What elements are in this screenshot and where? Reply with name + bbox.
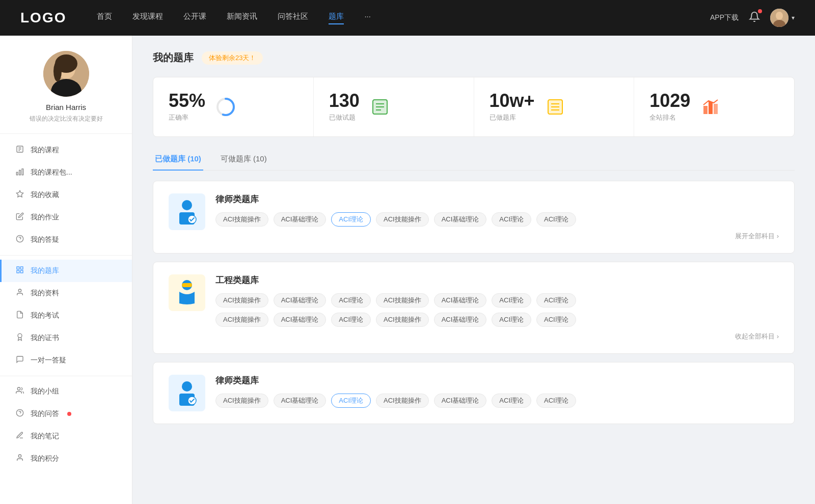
- tag-highlighted[interactable]: ACI理论: [331, 212, 371, 227]
- nav-news[interactable]: 新闻资讯: [227, 12, 257, 24]
- tab-done[interactable]: 已做题库 (10): [153, 149, 203, 170]
- award-icon: [15, 333, 24, 343]
- tag[interactable]: ACI技能操作: [376, 394, 429, 408]
- engineer-icon: [169, 274, 205, 311]
- tag[interactable]: ACI技能操作: [376, 212, 429, 227]
- users-icon: [15, 386, 24, 397]
- expand-link-2[interactable]: 收起全部科目 ›: [215, 332, 779, 341]
- sidebar-item-my-qa[interactable]: 我的问答: [0, 403, 132, 425]
- main-nav: 首页 发现课程 公开课 新闻资讯 问答社区 题库 ···: [97, 12, 710, 24]
- tag[interactable]: ACI理论: [536, 212, 576, 227]
- tag[interactable]: ACI基础理论: [434, 293, 487, 307]
- tag[interactable]: ACI理论: [536, 313, 576, 327]
- grid-icon: [15, 266, 24, 276]
- nav-discover[interactable]: 发现课程: [132, 12, 163, 24]
- stat-done-questions: 130 已做试题: [314, 77, 474, 136]
- tag[interactable]: ACI理论: [536, 293, 576, 307]
- question-bank-tabs: 已做题库 (10) 可做题库 (10): [153, 149, 795, 171]
- tag[interactable]: ACI理论: [536, 394, 576, 408]
- svg-point-23: [18, 333, 22, 338]
- notification-bell[interactable]: [749, 11, 760, 24]
- svg-rect-21: [20, 270, 23, 273]
- tag[interactable]: ACI技能操作: [215, 313, 268, 327]
- svg-point-1: [776, 12, 783, 20]
- sidebar-item-question-bank[interactable]: 我的题库: [0, 260, 132, 282]
- nav-qa[interactable]: 问答社区: [278, 12, 308, 24]
- expand-link-1[interactable]: 展开全部科目 ›: [215, 232, 779, 241]
- stat-number-banks: 10w+ 已做题库: [490, 92, 535, 122]
- tag[interactable]: ACI基础理论: [434, 394, 487, 408]
- main-header: LOGO 首页 发现课程 公开课 新闻资讯 问答社区 题库 ··· APP下载: [0, 0, 815, 36]
- sidebar-item-group[interactable]: 我的小组: [0, 380, 132, 403]
- svg-point-24: [17, 387, 20, 390]
- qbank-body-engineer: 工程类题库 ACI技能操作 ACI基础理论 ACI理论 ACI技能操作 ACI基…: [215, 274, 779, 341]
- tag[interactable]: ACI理论: [492, 212, 531, 227]
- qa-icon: [15, 409, 24, 419]
- nav-question-bank[interactable]: 题库: [329, 12, 344, 24]
- sidebar-item-points[interactable]: 我的积分: [0, 447, 132, 470]
- tag[interactable]: ACI基础理论: [274, 212, 327, 227]
- lawyer-icon: [169, 193, 205, 230]
- sidebar-item-notes[interactable]: 我的笔记: [0, 425, 132, 447]
- sidebar-menu: 我的课程 我的课程包... 我的收藏 我的作业: [0, 134, 132, 475]
- svg-rect-14: [22, 169, 23, 175]
- profile-section: Brian Harris 错误的决定比没有决定要好: [0, 51, 132, 134]
- sidebar-item-favorites[interactable]: 我的收藏: [0, 184, 132, 206]
- tag[interactable]: ACI理论: [492, 313, 531, 327]
- sidebar: Brian Harris 错误的决定比没有决定要好 我的课程 我的课程包...: [0, 36, 132, 504]
- nav-more[interactable]: ···: [364, 12, 371, 24]
- tag[interactable]: ACI技能操作: [215, 394, 268, 408]
- tag[interactable]: ACI基础理论: [434, 212, 487, 227]
- sidebar-item-homework[interactable]: 我的作业: [0, 206, 132, 229]
- tags-row-lawyer-2: ACI技能操作 ACI基础理论 ACI理论 ACI技能操作 ACI基础理论 AC…: [215, 394, 779, 408]
- tag[interactable]: ACI理论: [331, 293, 371, 307]
- sidebar-item-certificate[interactable]: 我的证书: [0, 327, 132, 349]
- svg-point-7: [53, 61, 62, 81]
- tag[interactable]: ACI理论: [492, 394, 531, 408]
- tag[interactable]: ACI基础理论: [274, 313, 327, 327]
- tag[interactable]: ACI技能操作: [376, 293, 429, 307]
- logo[interactable]: LOGO: [20, 10, 66, 26]
- sidebar-item-exam[interactable]: 我的考试: [0, 304, 132, 327]
- divider: [0, 376, 132, 376]
- tag[interactable]: ACI基础理论: [274, 394, 327, 408]
- tab-todo[interactable]: 可做题库 (10): [219, 149, 269, 170]
- tag[interactable]: ACI技能操作: [376, 313, 429, 327]
- notification-badge: [758, 9, 762, 13]
- sidebar-item-my-course[interactable]: 我的课程: [0, 139, 132, 161]
- trial-badge: 体验剩余23天！: [202, 51, 263, 65]
- stats-row: 55% 正确率 130 已做试题: [153, 77, 795, 137]
- doc-icon: [545, 97, 565, 117]
- tags-row-eng-1: ACI技能操作 ACI基础理论 ACI理论 ACI技能操作 ACI基础理论 AC…: [215, 293, 779, 307]
- sidebar-item-profile[interactable]: 我的资料: [0, 282, 132, 304]
- qbank-card-lawyer-2: 律师类题库 ACI技能操作 ACI基础理论 ACI理论 ACI技能操作 ACI基…: [153, 362, 795, 424]
- sidebar-label: 我的课程: [31, 146, 59, 155]
- tag[interactable]: ACI基础理论: [274, 293, 327, 307]
- svg-rect-12: [16, 172, 18, 175]
- tag[interactable]: ACI理论: [331, 313, 371, 327]
- app-download-button[interactable]: APP下载: [710, 13, 739, 22]
- sidebar-item-course-pkg[interactable]: 我的课程包...: [0, 161, 132, 184]
- sidebar-label: 我的资料: [31, 289, 59, 298]
- nav-open-course[interactable]: 公开课: [183, 12, 206, 24]
- svg-rect-13: [19, 170, 21, 175]
- qbank-title-engineer: 工程类题库: [215, 274, 779, 286]
- svg-rect-47: [182, 283, 192, 287]
- tag[interactable]: ACI技能操作: [215, 293, 268, 307]
- tag[interactable]: ACI基础理论: [434, 313, 487, 327]
- sidebar-item-one-on-one[interactable]: 一对一答疑: [0, 349, 132, 372]
- sidebar-label: 我的笔记: [31, 432, 59, 441]
- svg-rect-20: [17, 270, 19, 273]
- qbank-title-lawyer-2: 律师类题库: [215, 375, 779, 386]
- qbank-body-lawyer-1: 律师类题库 ACI技能操作 ACI基础理论 ACI理论 ACI技能操作 ACI基…: [215, 193, 779, 241]
- book-icon: [370, 97, 390, 117]
- tag[interactable]: ACI理论: [492, 293, 531, 307]
- qbank-card-engineer: 工程类题库 ACI技能操作 ACI基础理论 ACI理论 ACI技能操作 ACI基…: [153, 262, 795, 354]
- user-avatar-wrap[interactable]: ▾: [770, 9, 795, 27]
- tag[interactable]: ACI技能操作: [215, 212, 268, 227]
- svg-rect-40: [703, 106, 708, 114]
- tag-highlighted[interactable]: ACI理论: [331, 394, 371, 408]
- sidebar-label: 我的积分: [31, 454, 59, 463]
- nav-home[interactable]: 首页: [97, 12, 112, 24]
- sidebar-item-qa-mine[interactable]: 我的答疑: [0, 229, 132, 251]
